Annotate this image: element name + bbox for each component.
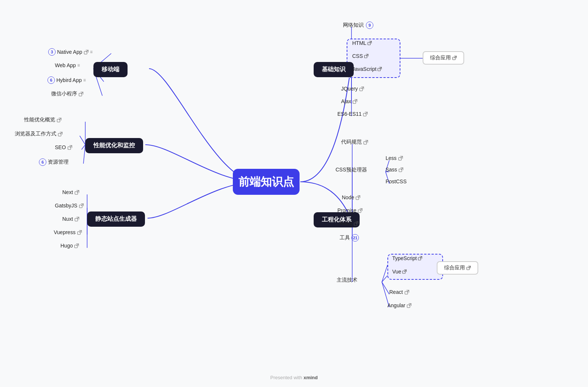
footer-prefix: Presented with (270, 375, 304, 380)
leaf-vuepress[interactable]: Vuepress (54, 229, 82, 235)
leaf-axios[interactable]: Axios (340, 220, 359, 226)
leaf-wechat[interactable]: 微信小程序 (51, 91, 83, 97)
external-link-icon (358, 208, 363, 213)
center-node[interactable]: 前端知识点 (233, 169, 300, 195)
leaf-jquery[interactable]: JQuery (341, 86, 364, 92)
leaf-ajax[interactable]: Ajax (341, 98, 357, 104)
leaf-angular[interactable]: Angular (387, 302, 412, 308)
leaf-code-standard[interactable]: 代码规范 (341, 139, 368, 145)
external-link-icon (75, 190, 79, 195)
leaf-node[interactable]: Node (342, 194, 360, 200)
external-link-icon (58, 132, 63, 137)
leaf-hugo[interactable]: Hugo (60, 243, 79, 249)
external-link-icon (356, 195, 360, 200)
mind-map-canvas: 前端知识点 移动端 3 Native App ≡ Web App ≡ 6 Hyb… (0, 0, 588, 387)
leaf-mainstream[interactable]: 主流技术 (337, 277, 357, 283)
leaf-sass[interactable]: Sass (386, 167, 403, 173)
external-link-icon (377, 67, 382, 71)
external-link-icon (363, 112, 368, 117)
leaf-browser[interactable]: 浏览器及工作方式 (15, 131, 63, 137)
leaf-hybrid-app[interactable]: 6 Hybird App ≡ (47, 76, 86, 84)
external-link-icon (404, 290, 409, 295)
leaf-react[interactable]: React (389, 289, 409, 295)
svg-line-31 (382, 282, 389, 294)
node-performance-label: 性能优化和监控 (93, 142, 135, 150)
footer: Presented with xmind (270, 375, 318, 380)
node-basics[interactable]: 基础知识 (314, 62, 354, 77)
svg-line-6 (82, 145, 85, 150)
external-link-icon (77, 230, 82, 235)
external-link-icon (399, 167, 403, 172)
leaf-vue[interactable]: Vue (392, 269, 407, 275)
external-link-icon (466, 266, 471, 270)
external-link-icon (359, 86, 364, 91)
external-link-icon (367, 41, 372, 45)
external-link-icon (354, 221, 359, 226)
external-link-icon (67, 145, 72, 150)
leaf-web-app[interactable]: Web App ≡ (55, 62, 80, 68)
leaf-es6[interactable]: ES6-ES11 (337, 111, 368, 117)
svg-line-5 (80, 136, 85, 145)
node-basics-label: 基础知识 (322, 66, 346, 73)
external-link-icon (57, 118, 62, 122)
leaf-next[interactable]: Next (62, 189, 79, 195)
leaf-html[interactable]: HTML (352, 40, 372, 46)
leaf-js[interactable]: JavaScript (352, 66, 382, 72)
leaf-postcss[interactable]: PostCSS (386, 178, 407, 184)
leaf-css-preprocessor[interactable]: CSS预处理器 (336, 167, 367, 173)
external-link-icon (363, 140, 368, 145)
node-performance[interactable]: 性能优化和监控 (85, 138, 143, 153)
comprehensive-app-1[interactable]: 综合应用 (423, 51, 464, 65)
node-static-label: 静态站点生成器 (95, 215, 137, 223)
leaf-nuxt[interactable]: Nuxt (62, 216, 79, 222)
node-mobile[interactable]: 移动端 (93, 62, 128, 77)
badge-3: 3 (48, 48, 56, 56)
node-mobile-label: 移动端 (102, 66, 119, 73)
leaf-tools[interactable]: 工具 21 (340, 234, 360, 242)
footer-brand: xmind (304, 375, 318, 380)
leaf-native-app[interactable]: 3 Native App ≡ (48, 48, 93, 56)
leaf-seo[interactable]: SEO (55, 144, 72, 150)
badge-9: 9 (366, 22, 373, 29)
leaf-network[interactable]: 网络知识 9 (343, 22, 375, 29)
center-label: 前端知识点 (238, 174, 294, 190)
leaf-perf-overview[interactable]: 性能优化概览 (24, 117, 62, 123)
badge-21: 21 (351, 234, 359, 242)
external-link-icon (79, 203, 84, 208)
external-link-icon (402, 269, 407, 274)
badge-6-hybrid: 6 (47, 76, 55, 84)
leaf-typescript[interactable]: TypeScript (392, 255, 422, 261)
external-link-icon (353, 99, 357, 104)
external-link-icon (84, 50, 89, 55)
leaf-less[interactable]: Less (386, 155, 403, 161)
external-link-icon (398, 156, 403, 161)
external-link-icon (75, 217, 79, 222)
external-link-icon (452, 56, 457, 60)
external-link-icon (79, 92, 83, 96)
node-static[interactable]: 静态站点生成器 (87, 211, 145, 227)
leaf-resource[interactable]: 6 资源管理 (39, 158, 69, 166)
badge-6-res: 6 (39, 158, 46, 166)
external-link-icon (74, 243, 79, 248)
leaf-promise[interactable]: Promise (337, 207, 363, 213)
external-link-icon (418, 256, 422, 260)
external-link-icon (364, 54, 369, 58)
leaf-css[interactable]: CSS (352, 53, 369, 59)
comprehensive-app-2[interactable]: 综合应用 (437, 261, 478, 275)
external-link-icon (407, 303, 412, 308)
leaf-gatsby[interactable]: GatsbyJS (55, 203, 84, 209)
